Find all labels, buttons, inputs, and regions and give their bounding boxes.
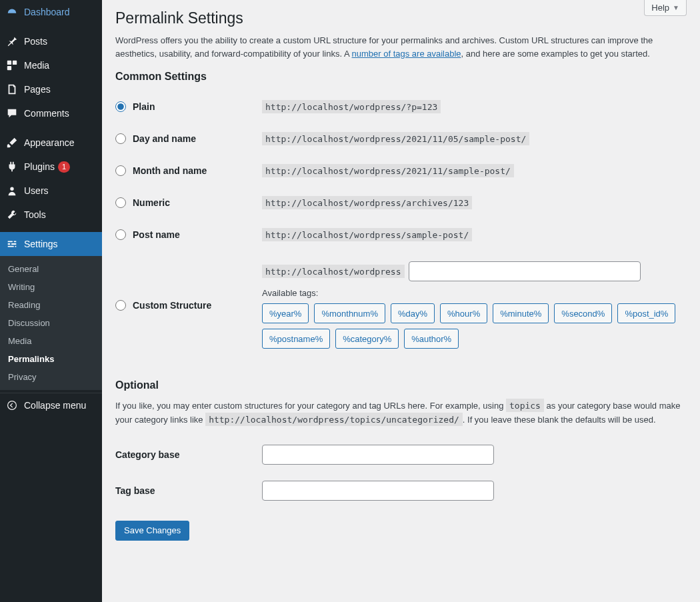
tag-button[interactable]: %monthnum%: [314, 303, 385, 323]
help-tab[interactable]: Help ▼: [644, 0, 687, 16]
sidebar-item-label: Comments: [24, 108, 69, 119]
sidebar-item-settings[interactable]: Settings: [0, 232, 102, 256]
sidebar-item-label: Pages: [24, 84, 51, 95]
tag-base-row: Tag base: [115, 473, 687, 509]
permalink-example: http://localhost/wordpress/2021/11/05/sa…: [262, 132, 529, 145]
optional-heading: Optional: [115, 379, 687, 391]
submenu-item-privacy[interactable]: Privacy: [0, 368, 102, 386]
sidebar-item-dashboard[interactable]: Dashboard: [0, 0, 102, 24]
submenu-item-media[interactable]: Media: [0, 332, 102, 350]
sidebar-item-media[interactable]: Media: [0, 53, 102, 77]
tag-button[interactable]: %second%: [554, 303, 612, 323]
radio-plain[interactable]: [115, 101, 126, 112]
category-base-row: Category base: [115, 437, 687, 473]
radio-custom[interactable]: [115, 300, 126, 311]
permalink-example: http://localhost/wordpress/2021/11/sampl…: [262, 164, 514, 177]
permalink-options: Plainhttp://localhost/wordpress/?p=123Da…: [115, 91, 687, 251]
intro-text: WordPress offers you the ability to crea…: [115, 34, 687, 60]
svg-point-0: [10, 187, 13, 191]
custom-structure-input[interactable]: [409, 261, 641, 281]
tag-buttons: %year%%monthnum%%day%%hour%%minute%%seco…: [262, 303, 687, 349]
admin-sidebar: DashboardPostsMediaPagesCommentsAppearan…: [0, 0, 102, 602]
sidebar-item-label: Settings: [24, 239, 58, 249]
collapse-label: Collapse menu: [24, 400, 86, 411]
media-icon: [5, 59, 19, 72]
permalink-option-row: Day and namehttp://localhost/wordpress/2…: [115, 123, 687, 155]
settings-submenu: GeneralWritingReadingDiscussionMediaPerm…: [0, 256, 102, 390]
tag-button[interactable]: %post_id%: [617, 303, 675, 323]
plug-icon: [5, 160, 19, 173]
pages-icon: [5, 83, 19, 96]
brush-icon: [5, 136, 19, 149]
tag-button[interactable]: %minute%: [493, 303, 549, 323]
available-tags-label: Available tags:: [262, 288, 687, 298]
sidebar-item-tools[interactable]: Tools: [0, 203, 102, 227]
submenu-item-discussion[interactable]: Discussion: [0, 314, 102, 332]
tags-link[interactable]: number of tags are available: [352, 49, 461, 59]
save-button[interactable]: Save Changes: [115, 521, 189, 541]
page-title: Permalink Settings: [115, 9, 687, 27]
tag-button[interactable]: %hour%: [440, 303, 487, 323]
sliders-icon: [5, 237, 19, 251]
sidebar-item-comments[interactable]: Comments: [0, 101, 102, 125]
optional-text: If you like, you may enter custom struct…: [115, 399, 687, 427]
submenu-item-reading[interactable]: Reading: [0, 296, 102, 314]
tag-button[interactable]: %postname%: [262, 329, 330, 349]
radio-post-name[interactable]: [115, 229, 126, 240]
sidebar-item-label: Appearance: [24, 137, 75, 148]
svg-point-1: [8, 401, 17, 410]
permalink-option-row: Numerichttp://localhost/wordpress/archiv…: [115, 187, 687, 219]
permalink-option-row: Month and namehttp://localhost/wordpress…: [115, 155, 687, 187]
submenu-item-general[interactable]: General: [0, 260, 102, 278]
tag-button[interactable]: %author%: [404, 329, 459, 349]
collapse-menu[interactable]: Collapse menu: [0, 393, 102, 417]
collapse-icon: [5, 399, 19, 412]
permalink-option-row: Post namehttp://localhost/wordpress/samp…: [115, 219, 687, 251]
wrench-icon: [5, 208, 19, 221]
custom-structure-row: Custom Structure http://localhost/wordpr…: [115, 251, 687, 359]
permalink-option-row: Plainhttp://localhost/wordpress/?p=123: [115, 91, 687, 123]
sidebar-item-label: Media: [24, 60, 49, 71]
user-icon: [5, 184, 19, 197]
sidebar-item-pages[interactable]: Pages: [0, 77, 102, 101]
chevron-down-icon: ▼: [673, 4, 679, 11]
custom-prefix: http://localhost/wordpress: [262, 265, 405, 278]
dashboard-icon: [5, 5, 19, 19]
radio-day-and-name[interactable]: [115, 133, 126, 144]
sidebar-item-appearance[interactable]: Appearance: [0, 131, 102, 155]
tag-button[interactable]: %category%: [335, 329, 399, 349]
sidebar-item-label: Tools: [24, 209, 46, 220]
sidebar-item-users[interactable]: Users: [0, 179, 102, 203]
sidebar-item-posts[interactable]: Posts: [0, 29, 102, 53]
permalink-example: http://localhost/wordpress/archives/123: [262, 196, 472, 209]
comment-icon: [5, 107, 19, 120]
main-content: Help ▼ Permalink Settings WordPress offe…: [102, 0, 700, 602]
tag-base-input[interactable]: [262, 481, 494, 501]
submenu-item-permalinks[interactable]: Permalinks: [0, 350, 102, 368]
submenu-item-writing[interactable]: Writing: [0, 278, 102, 296]
radio-numeric[interactable]: [115, 197, 126, 208]
sidebar-item-label: Users: [24, 185, 49, 196]
sidebar-item-label: Plugins: [24, 161, 55, 172]
permalink-example: http://localhost/wordpress/sample-post/: [262, 228, 472, 241]
sidebar-item-plugins[interactable]: Plugins1: [0, 155, 102, 179]
tag-button[interactable]: %day%: [391, 303, 435, 323]
radio-month-and-name[interactable]: [115, 165, 126, 176]
pin-icon: [5, 35, 19, 48]
tag-button[interactable]: %year%: [262, 303, 309, 323]
common-settings-heading: Common Settings: [115, 71, 687, 83]
sidebar-item-label: Posts: [24, 36, 47, 47]
plugin-badge: 1: [58, 161, 70, 173]
sidebar-item-label: Dashboard: [24, 7, 70, 17]
permalink-example: http://localhost/wordpress/?p=123: [262, 100, 441, 113]
category-base-input[interactable]: [262, 445, 494, 465]
